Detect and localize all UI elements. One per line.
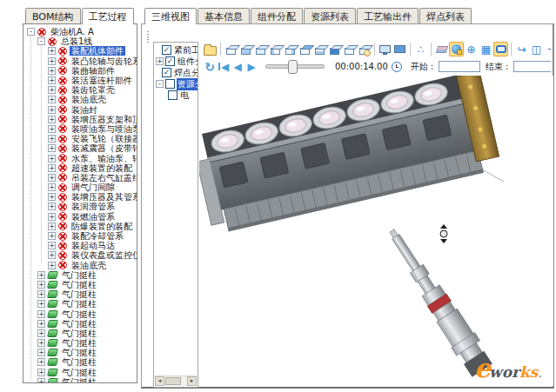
wireframe-icon[interactable]: ▦ [479, 42, 493, 56]
view-axonometric-icon[interactable] [342, 42, 357, 56]
tree-item[interactable]: +装配冷却管系 [23, 231, 137, 241]
checkbox-icon[interactable] [168, 90, 178, 100]
expander-icon[interactable]: + [37, 320, 45, 328]
layer-item[interactable]: ✓紧前工 [154, 44, 198, 56]
measure-icon[interactable] [449, 42, 464, 56]
move-part-icon[interactable]: + [544, 42, 551, 56]
globe-icon[interactable]: ⊕ [464, 42, 479, 56]
layer-item[interactable]: -资源分 [154, 78, 198, 90]
tab-工艺过程[interactable]: 工艺过程 [82, 8, 134, 24]
tree-item[interactable]: +气门挺柱 [23, 338, 137, 348]
expander-icon[interactable]: + [37, 358, 45, 366]
tree-item[interactable]: +装凸轮轴与齿轮系部 [23, 56, 137, 66]
layer-item[interactable]: ✓焊点分 [154, 67, 198, 78]
tree-item[interactable]: +气门挺柱 [23, 319, 137, 329]
tree-item[interactable]: +气门挺柱 [23, 377, 137, 383]
expander-icon[interactable]: + [48, 86, 56, 94]
expander-icon[interactable]: - [27, 28, 35, 36]
checkbox-icon[interactable] [165, 79, 175, 89]
tree-item[interactable]: +气门挺柱 [23, 309, 137, 318]
tree-item[interactable]: +气门挺柱 [23, 270, 137, 280]
expander-icon[interactable]: + [48, 174, 56, 182]
expander-icon[interactable]: + [48, 213, 56, 221]
tree-item[interactable]: +装曲轴部件 [23, 66, 137, 76]
tree-item[interactable]: +装喷油泵与喷油泵传 [23, 124, 137, 134]
expander-icon[interactable]: + [48, 251, 56, 259]
scrollbar-thumb[interactable] [165, 377, 181, 385]
view-isometric-icon[interactable] [224, 42, 238, 56]
view-shaded-icon[interactable] [327, 42, 342, 56]
expander-icon[interactable]: + [48, 47, 56, 55]
play-backward-icon[interactable]: ◀ [231, 60, 245, 74]
expander-icon[interactable]: + [48, 223, 56, 230]
end-input[interactable] [513, 61, 551, 72]
tree-item[interactable]: +装活塞连杆部件 [23, 76, 137, 85]
layer-item[interactable]: +✓组件分 [154, 56, 198, 67]
tree-item[interactable]: +超速装置的装配 [23, 163, 137, 173]
tree-item[interactable]: +装增压器支架和顶面 [23, 115, 137, 124]
tree-item[interactable]: +装减震器（皮带轮） [23, 143, 137, 153]
annotation-icon[interactable] [493, 42, 508, 56]
expander-icon[interactable]: + [48, 144, 56, 152]
checkbox-icon[interactable]: ✓ [162, 68, 171, 77]
expander-icon[interactable]: + [48, 262, 56, 269]
expander-icon[interactable]: + [48, 155, 56, 163]
view-right-icon[interactable] [283, 42, 298, 56]
expander-icon[interactable]: + [37, 300, 45, 308]
tree-item[interactable]: +水泵、输油泵、转速 [23, 153, 137, 163]
expander-icon[interactable]: + [48, 183, 56, 191]
expander-icon[interactable]: + [48, 164, 56, 172]
layers-horizontal-scrollbar[interactable]: ◂ ▸ [155, 375, 197, 386]
tree-item[interactable]: +气门挺柱 [23, 299, 137, 309]
time-slider-thumb[interactable] [288, 60, 298, 74]
checkbox-icon[interactable]: ✓ [165, 56, 175, 66]
view-bottom-icon[interactable] [312, 42, 327, 56]
tab-资源列表[interactable]: 资源列表 [304, 8, 356, 23]
open-file-icon[interactable] [203, 42, 218, 56]
tree-item[interactable]: +装油底壳 [23, 261, 137, 270]
link-path-icon[interactable]: ↪ [514, 42, 529, 56]
tab-基本信息[interactable]: 基本信息 [198, 8, 250, 23]
tree-item[interactable]: +气门挺柱 [23, 289, 137, 299]
tree-item[interactable]: +装油封 [23, 105, 137, 115]
tree-item[interactable]: +装配机体部件 [23, 46, 137, 56]
expander-icon[interactable]: + [48, 106, 56, 114]
expander-icon[interactable]: + [37, 339, 45, 347]
eraser-icon[interactable] [434, 42, 449, 56]
expander-icon[interactable]: + [37, 271, 45, 279]
expander-icon[interactable]: + [48, 67, 56, 75]
expander-icon[interactable]: + [48, 232, 56, 240]
toolbar-grip[interactable] [147, 31, 149, 43]
view-left-icon[interactable] [268, 42, 283, 56]
play-forward-icon[interactable]: ▶ [245, 60, 258, 74]
tab-三维视图[interactable]: 三维视图 [144, 8, 197, 24]
tree-item[interactable]: +吊装左右气缸盖结合 [23, 173, 137, 183]
tree-item[interactable]: +气门挺柱 [23, 280, 137, 289]
loop-animation-icon[interactable]: ↻ [203, 60, 217, 74]
tree-item[interactable]: +气门挺柱 [23, 357, 137, 367]
view-top-icon[interactable] [298, 42, 312, 56]
expander-icon[interactable]: + [48, 116, 56, 123]
tree-item[interactable]: +装油底壳 [23, 95, 137, 104]
tree-item[interactable]: +装润滑管系 [23, 202, 137, 211]
expander-icon[interactable]: + [48, 203, 56, 210]
three-d-viewport[interactable] [199, 76, 553, 386]
tree-item[interactable]: +装增压器及其管系 [23, 192, 137, 202]
zoom-window-icon[interactable] [357, 42, 372, 56]
expander-icon[interactable]: + [37, 349, 45, 356]
expander-icon[interactable]: + [48, 242, 56, 249]
tree-item[interactable]: +装燃油管系 [23, 212, 137, 222]
tree-item[interactable]: +气门挺柱 [23, 348, 137, 357]
expander-icon[interactable]: + [37, 329, 45, 337]
tree-item[interactable]: +装齿轮罩壳 [23, 85, 137, 95]
expander-icon[interactable]: - [37, 37, 45, 45]
scroll-left-icon[interactable]: ◂ [155, 376, 164, 386]
tree-item[interactable]: +气门挺柱 [23, 368, 137, 377]
expander-icon[interactable]: - [156, 80, 164, 88]
tree-item[interactable]: +调气门间隙 [23, 183, 137, 192]
expander-icon[interactable]: + [48, 125, 56, 133]
skip-to-start-icon[interactable]: ◀ [217, 60, 231, 74]
section-view-icon[interactable]: ◫ [529, 42, 544, 56]
capture-view-icon[interactable] [392, 42, 407, 56]
tree-item[interactable]: -柴油机A. A [23, 27, 137, 37]
